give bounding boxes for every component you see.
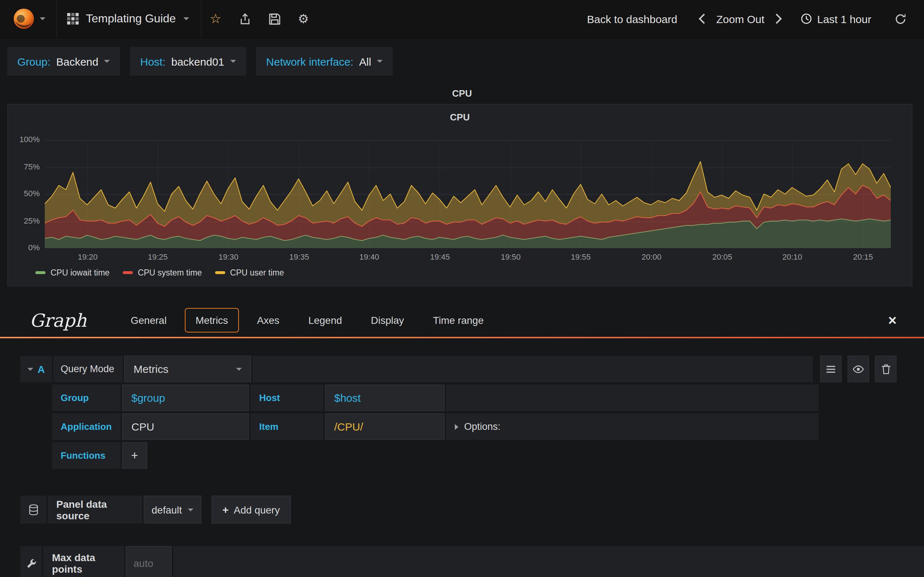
tab-general[interactable]: General <box>120 308 178 332</box>
functions-field-label: Functions <box>52 442 121 469</box>
tab-metrics[interactable]: Metrics <box>185 308 239 332</box>
tab-legend[interactable]: Legend <box>297 308 353 332</box>
close-editor-button[interactable]: × <box>888 313 897 327</box>
x-axis-label: 19:30 <box>211 253 246 261</box>
query-mode-select[interactable]: Metrics <box>124 356 251 382</box>
chart-legend: CPU iowait timeCPU system timeCPU user t… <box>36 268 284 277</box>
query-delete-button[interactable] <box>875 356 897 382</box>
tab-axes[interactable]: Axes <box>246 308 290 332</box>
chevron-down-icon <box>39 17 45 20</box>
add-function-button[interactable]: + <box>122 442 147 469</box>
y-axis-label: 0% <box>8 243 40 252</box>
chart-title: CPU <box>8 112 912 122</box>
variable-host-dropdown[interactable]: Host: backend01 <box>130 47 246 76</box>
zoom-right-icon[interactable] <box>772 14 782 24</box>
add-query-label: Add query <box>234 504 280 515</box>
back-to-dashboard-button[interactable]: Back to dashboard <box>581 13 683 25</box>
legend-item[interactable]: CPU iowait time <box>36 268 110 277</box>
panel-type-title: Graph <box>30 310 120 331</box>
refresh-button[interactable] <box>888 13 913 25</box>
wrench-icon <box>26 558 36 569</box>
legend-item[interactable]: CPU user time <box>215 268 284 277</box>
query-row-a: A Query Mode Metrics <box>20 356 897 382</box>
query-menu-button[interactable] <box>820 356 842 382</box>
chevron-down-icon <box>183 17 189 20</box>
query-row-functions: Functions + <box>52 442 897 469</box>
variable-group-dropdown[interactable]: Group: Backend <box>7 47 120 76</box>
variable-label: Group: <box>17 55 50 68</box>
query-ref-id: A <box>37 363 45 375</box>
save-dashboard-button[interactable] <box>260 0 289 37</box>
grafana-menu-button[interactable] <box>0 0 57 37</box>
panel-drag-header[interactable]: CPU <box>0 88 924 101</box>
gear-icon: ⚙ <box>298 13 309 25</box>
zoom-left-icon[interactable] <box>699 14 709 24</box>
query-row-filler <box>446 384 819 411</box>
tab-display[interactable]: Display <box>360 308 415 332</box>
chevron-right-icon <box>455 424 459 429</box>
zoom-out-button[interactable]: Zoom Out <box>711 13 770 25</box>
x-axis-label: 19:40 <box>352 253 386 261</box>
host-field-value[interactable]: $host <box>325 384 445 411</box>
legend-label: CPU iowait time <box>50 268 110 277</box>
database-icon <box>28 504 39 515</box>
variable-label: Network interface: <box>266 55 353 68</box>
datasource-row: Panel data source default + Add query <box>20 495 924 524</box>
add-query-button[interactable]: + Add query <box>212 495 291 524</box>
max-data-points-cell <box>126 546 172 577</box>
max-data-points-input[interactable] <box>132 557 165 570</box>
group-field-value[interactable]: $group <box>122 384 249 411</box>
share-dashboard-button[interactable] <box>230 0 260 37</box>
grafana-logo <box>11 6 36 31</box>
editor-accent-rule <box>0 337 924 338</box>
datasource-value: default <box>152 504 182 515</box>
dashboard-grid-icon <box>67 13 79 24</box>
query-row-application-item: Application CPU Item /CPU/ Options: <box>52 413 819 440</box>
x-axis-label: 20:10 <box>775 253 809 261</box>
editor-tabs: GeneralMetricsAxesLegendDisplayTime rang… <box>120 308 494 332</box>
options-toggle[interactable]: Options: <box>446 413 819 440</box>
datasource-select[interactable]: default <box>144 495 201 524</box>
dashboard-title-dropdown[interactable]: Templating Guide <box>57 0 201 37</box>
variable-value: All <box>359 55 371 68</box>
y-axis-label: 75% <box>8 162 40 171</box>
panel-options-icon-cell <box>20 546 42 577</box>
application-field-label: Application <box>52 413 121 440</box>
time-picker-button[interactable]: Last 1 hour <box>795 13 877 25</box>
max-data-points-filler <box>173 546 924 577</box>
x-axis-label: 19:55 <box>564 253 598 261</box>
application-field-value[interactable]: CPU <box>122 413 249 440</box>
x-axis-label: 20:05 <box>705 253 740 261</box>
query-row-filler <box>253 356 813 382</box>
query-toggle-visibility-button[interactable] <box>848 356 869 382</box>
dashboard-settings-button[interactable]: ⚙ <box>289 0 318 37</box>
legend-label: CPU system time <box>138 268 202 277</box>
legend-item[interactable]: CPU system time <box>123 268 202 277</box>
navbar-right-controls: Back to dashboard Zoom Out Last 1 hour <box>581 0 924 37</box>
star-dashboard-button[interactable]: ☆ <box>201 0 230 37</box>
legend-swatch <box>36 271 45 274</box>
query-row-actions <box>820 356 897 382</box>
datasource-label: Panel data source <box>48 495 142 524</box>
datasource-icon-cell <box>20 495 46 524</box>
tab-time-range[interactable]: Time range <box>422 308 494 332</box>
save-icon <box>268 13 281 25</box>
x-axis-label: 19:50 <box>493 253 528 261</box>
query-editor: A Query Mode Metrics <box>0 356 924 469</box>
item-field-value[interactable]: /CPU/ <box>325 413 445 440</box>
chevron-down-icon <box>377 60 383 63</box>
cpu-graph-panel: CPU 0%25%50%75%100%19:2019:2519:3019:351… <box>7 104 913 286</box>
hamburger-icon <box>826 364 836 373</box>
plus-icon: + <box>222 503 229 516</box>
legend-label: CPU user time <box>230 268 284 277</box>
options-label: Options: <box>464 421 501 432</box>
query-mode-value: Metrics <box>134 363 168 375</box>
chevron-down-icon <box>27 367 33 371</box>
cpu-usage-chart[interactable] <box>45 140 891 248</box>
query-row-group-host: Group $group Host $host <box>52 384 819 411</box>
query-collapse-toggle[interactable]: A <box>20 356 52 382</box>
variable-netif-dropdown[interactable]: Network interface: All <box>256 47 393 76</box>
query-mode-label: Query Mode <box>53 356 123 382</box>
share-icon <box>239 13 251 25</box>
variable-value: backend01 <box>171 55 225 68</box>
